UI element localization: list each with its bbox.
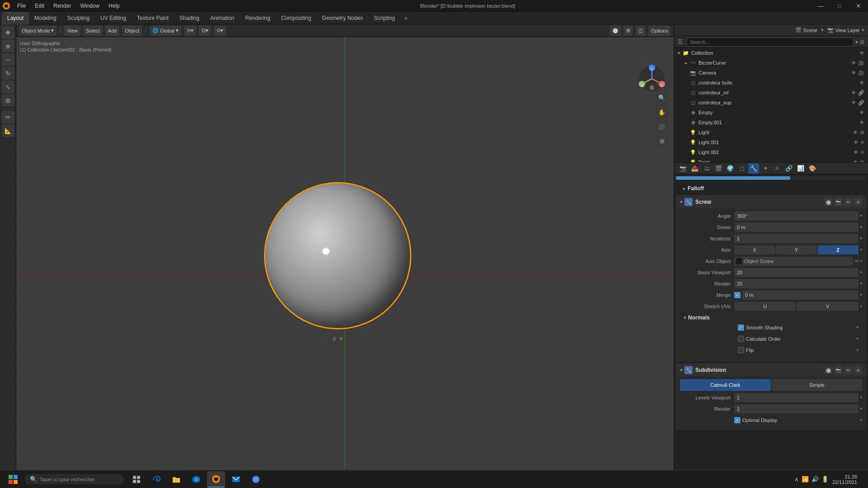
point-settings[interactable]: ⚙ bbox=[860, 160, 864, 163]
pan-button[interactable]: ✋ bbox=[656, 106, 668, 118]
ctrl-sup-link[interactable]: 🔗 bbox=[858, 100, 864, 106]
light001-settings[interactable]: ✳ bbox=[860, 140, 864, 145]
outliner-search[interactable] bbox=[687, 38, 854, 47]
menu-edit[interactable]: Edit bbox=[30, 0, 49, 11]
view-menu[interactable]: View bbox=[64, 26, 80, 36]
tool-annotate[interactable]: ✏ bbox=[2, 111, 14, 123]
menu-help[interactable]: Help bbox=[104, 0, 124, 11]
subdiv-remove-btn[interactable]: ✕ bbox=[854, 366, 862, 374]
normals-smooth-chk[interactable]: ✓ bbox=[738, 324, 744, 331]
tab-modeling[interactable]: Modeling bbox=[29, 12, 62, 24]
empty001-eye[interactable]: 👁 bbox=[859, 120, 864, 125]
normals-calc-dot[interactable]: • bbox=[857, 336, 859, 342]
subdiv-levels-viewport-value[interactable]: 1 bbox=[734, 393, 859, 402]
subdiv-optimal-dot[interactable]: • bbox=[860, 417, 862, 423]
taskbar-app-explorer[interactable] bbox=[167, 471, 185, 488]
screw-modifier-header[interactable]: ▾ 🔧 Screw ⬤ 📷 ✏ ✕ bbox=[676, 196, 866, 208]
point-eye[interactable]: 👁 bbox=[853, 160, 858, 163]
systray-up-arrow[interactable]: ∧ bbox=[794, 476, 799, 483]
screw-uv-v[interactable]: V bbox=[797, 302, 858, 311]
taskbar-app-chrome[interactable] bbox=[247, 471, 265, 488]
ctrl-bulle-eye[interactable]: 👁 bbox=[859, 80, 864, 85]
clock-display[interactable]: 21:26 22/11/2021 bbox=[832, 474, 857, 485]
outliner-item-light[interactable]: 💡 Light 👁 ⚙ bbox=[674, 127, 868, 137]
light001-eye[interactable]: 👁 bbox=[854, 140, 859, 145]
tab-shading[interactable]: Shading bbox=[174, 12, 205, 24]
screw-axis-obj-edit[interactable]: ✏ bbox=[855, 258, 859, 264]
systray-volume[interactable]: 🔊 bbox=[811, 476, 819, 483]
menu-render[interactable]: Render bbox=[49, 0, 75, 11]
orbit-button[interactable]: 🎥 bbox=[656, 120, 668, 133]
screw-render-dot[interactable]: • bbox=[860, 281, 862, 287]
outliner-item-controleur-bulle[interactable]: ◻ controleur bulle 👁 bbox=[674, 78, 868, 88]
screw-axis-y[interactable]: Y bbox=[776, 245, 816, 254]
light-eye[interactable]: 👁 bbox=[853, 130, 858, 135]
normals-flip-dot[interactable]: • bbox=[857, 347, 859, 353]
normals-calc-chk[interactable] bbox=[738, 336, 744, 342]
transform-orientation[interactable]: 🌐Global▾ bbox=[150, 26, 181, 36]
empty-eye[interactable]: 👁 bbox=[859, 110, 864, 115]
prop-material-icon[interactable]: 🎨 bbox=[807, 163, 818, 174]
prop-output-icon[interactable]: 📤 bbox=[689, 163, 700, 174]
viewport-shading[interactable]: ⬤ bbox=[610, 26, 621, 36]
object-menu[interactable]: Object bbox=[122, 26, 142, 36]
sphere-object[interactable]: X Y bbox=[265, 183, 410, 328]
tab-compositing[interactable]: Compositing bbox=[276, 12, 317, 24]
screw-iterations-value[interactable]: 1 bbox=[734, 234, 859, 243]
tab-geometry-nodes[interactable]: Geometry Nodes bbox=[316, 12, 368, 24]
screw-screw-value[interactable]: 0 m bbox=[734, 223, 859, 232]
show-desktop-button[interactable] bbox=[861, 471, 864, 488]
tab-sculpting[interactable]: Sculpting bbox=[62, 12, 95, 24]
outliner-sync[interactable]: ⊞ bbox=[860, 39, 864, 45]
outliner-filter[interactable]: ▾ bbox=[855, 39, 858, 45]
tab-rendering[interactable]: Rendering bbox=[240, 12, 275, 24]
tool-measure[interactable]: 📐 bbox=[2, 124, 14, 137]
taskbar-app-taskview[interactable] bbox=[127, 471, 146, 488]
bezier-render[interactable]: 🎥 bbox=[858, 60, 864, 66]
menu-file[interactable]: File bbox=[13, 0, 30, 11]
add-menu[interactable]: Add bbox=[105, 26, 120, 36]
close-button[interactable]: ✕ bbox=[849, 0, 868, 12]
outliner-item-controleur-inf[interactable]: ◻ controleur_inf 👁 🔗 bbox=[674, 88, 868, 98]
navigation-gizmo[interactable]: Z X Y bbox=[637, 64, 666, 93]
prop-constraints-icon[interactable]: 🔗 bbox=[783, 163, 794, 174]
screw-axis-x[interactable]: X bbox=[734, 245, 775, 254]
outliner-item-empty-001[interactable]: ⊕ Empty.001 👁 bbox=[674, 117, 868, 127]
camera-render[interactable]: 🎥 bbox=[858, 70, 864, 76]
subdiv-simple-btn[interactable]: Simple bbox=[772, 379, 863, 391]
tab-animation[interactable]: Animation bbox=[205, 12, 240, 24]
ctrl-sup-eye[interactable]: 👁 bbox=[851, 100, 856, 105]
screw-axis-z[interactable]: Z bbox=[818, 245, 859, 254]
tool-move[interactable]: ↔ bbox=[2, 53, 14, 66]
collection-eye[interactable]: 👁 bbox=[859, 50, 864, 56]
taskbar-search[interactable]: 🔍 Taper ici pour rechercher bbox=[24, 474, 124, 484]
prop-render-icon[interactable]: 📷 bbox=[678, 163, 689, 174]
screw-merge-checkbox[interactable]: ✓ bbox=[734, 292, 741, 298]
taskbar-app-mail[interactable] bbox=[227, 471, 245, 488]
tool-transform[interactable]: ⊞ bbox=[2, 94, 14, 107]
viewport-canvas[interactable]: User Orthographic (1) Collection | bezie… bbox=[16, 37, 674, 474]
screw-steps-viewport-value[interactable]: 20 bbox=[734, 268, 859, 277]
screw-merge-dot[interactable]: • bbox=[860, 292, 862, 298]
screw-render-value[interactable]: 20 bbox=[734, 279, 859, 288]
normals-smooth-dot[interactable]: • bbox=[857, 324, 859, 331]
outliner-item-light-002[interactable]: 💡 Light.002 👁 ✳ bbox=[674, 147, 868, 157]
screw-axis-dot[interactable]: • bbox=[860, 247, 862, 253]
tab-layout[interactable]: Layout bbox=[2, 12, 29, 24]
xray-toggle[interactable]: ◫ bbox=[636, 26, 646, 36]
screw-iterations-dot[interactable]: • bbox=[860, 235, 862, 242]
subdiv-realtime-btn[interactable]: ⬤ bbox=[824, 366, 832, 374]
screw-realtime-btn[interactable]: ⬤ bbox=[824, 198, 832, 206]
subdiv-render-btn[interactable]: 📷 bbox=[834, 366, 842, 374]
bezier-eye[interactable]: 👁 bbox=[851, 60, 856, 66]
prop-view-layer-icon[interactable]: 🗂 bbox=[701, 163, 712, 174]
normals-header[interactable]: ▾ Normals bbox=[680, 313, 862, 323]
outliner-item-bezier[interactable]: ▸ 〰 BezierCurve 👁 🎥 bbox=[674, 58, 868, 68]
outliner-item-light-001[interactable]: 💡 Light.001 👁 ✳ bbox=[674, 137, 868, 147]
camera-eye[interactable]: 👁 bbox=[851, 70, 856, 75]
tool-cursor[interactable]: ⊕ bbox=[2, 40, 14, 52]
blender-logo[interactable] bbox=[0, 0, 13, 12]
tab-uv-editing[interactable]: UV Editing bbox=[95, 12, 132, 24]
subdiv-edit-btn[interactable]: ✏ bbox=[844, 366, 852, 374]
taskbar-app-store[interactable]: S bbox=[187, 471, 205, 488]
